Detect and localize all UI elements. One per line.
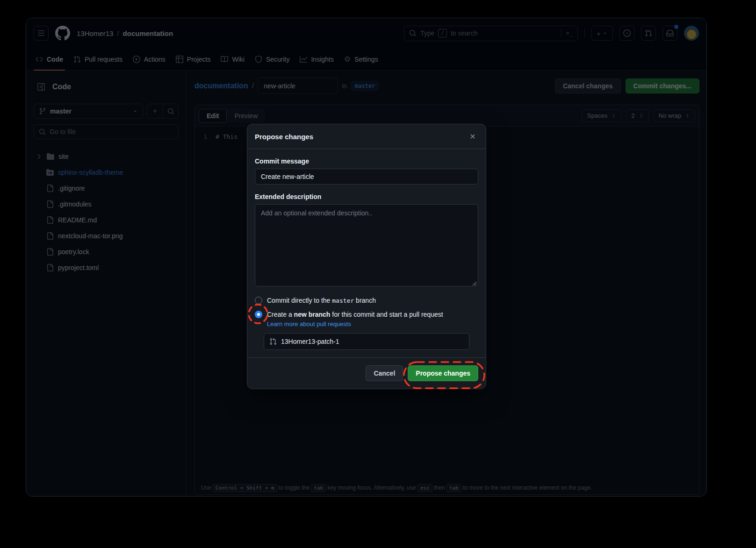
close-dialog-button[interactable] xyxy=(467,131,478,142)
close-icon xyxy=(469,133,476,140)
resize-grip-icon[interactable] xyxy=(472,281,477,286)
git-pull-request-icon xyxy=(269,338,277,345)
extended-description-textarea[interactable] xyxy=(255,204,478,286)
radio-create-branch[interactable] xyxy=(255,311,262,318)
create-branch-label: Create a new branch for this commit and … xyxy=(267,311,443,318)
propose-changes-button[interactable]: Propose changes xyxy=(408,365,478,381)
cancel-button[interactable]: Cancel xyxy=(366,365,403,381)
create-branch-option: Create a new branch for this commit and … xyxy=(255,311,478,318)
new-branch-name-field xyxy=(264,333,469,350)
extended-description-label: Extended description xyxy=(255,193,478,200)
radio-commit-direct[interactable] xyxy=(255,297,262,304)
commit-direct-option: Commit directly to the master branch xyxy=(255,297,478,304)
propose-changes-dialog: Propose changes Commit message Extended … xyxy=(247,124,486,389)
dialog-title: Propose changes xyxy=(255,133,313,141)
commit-message-input[interactable] xyxy=(255,169,478,185)
commit-message-label: Commit message xyxy=(255,157,478,165)
new-branch-name-input[interactable] xyxy=(281,338,464,345)
commit-direct-label: Commit directly to the master branch xyxy=(267,297,376,304)
learn-more-link[interactable]: Learn more about pull requests xyxy=(267,320,351,327)
